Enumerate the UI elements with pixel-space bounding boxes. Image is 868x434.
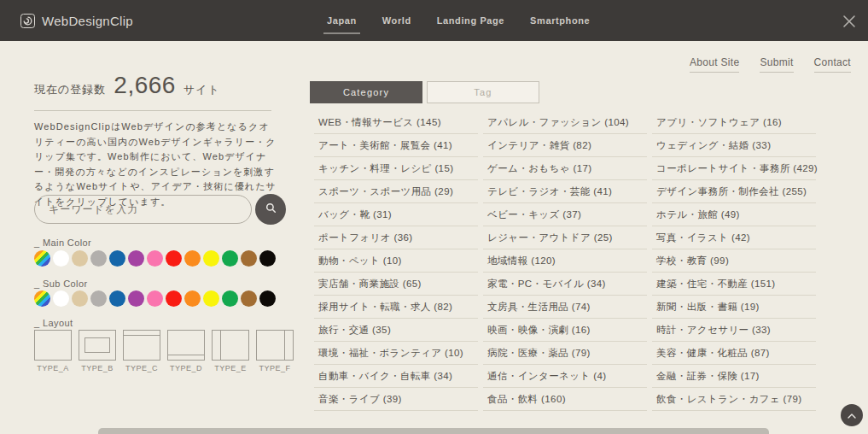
category-link[interactable]: 病院・医療・薬品 (79) <box>483 342 647 365</box>
category-link[interactable]: 建築・住宅・不動産 (151) <box>652 273 816 296</box>
count-value: 2,666 <box>114 72 176 99</box>
link-about-site[interactable]: About Site <box>690 56 739 73</box>
main-color-swatch-orange[interactable] <box>184 250 201 267</box>
category-link[interactable]: アート・美術館・展覧会 (41) <box>314 134 478 157</box>
category-link[interactable]: 家電・PC・モバイル (34) <box>483 273 647 296</box>
category-link[interactable]: 文房具・生活用品 (74) <box>483 296 647 319</box>
category-link[interactable]: 環境・福祉・ボランティア (10) <box>314 342 478 365</box>
category-link[interactable]: レジャー・アウトドア (25) <box>483 226 647 249</box>
category-link[interactable]: 自動車・バイク・自転車 (34) <box>314 365 478 388</box>
category-link[interactable]: 金融・証券・保険 (17) <box>652 365 816 388</box>
layout-option-type-c[interactable]: TYPE_C <box>123 330 160 372</box>
category-link[interactable]: 映画・映像・演劇 (16) <box>483 319 647 342</box>
layout-option-type-f[interactable]: TYPE_F <box>256 330 294 372</box>
site-logo-text: WebDesignClip <box>42 14 133 28</box>
sub-color-swatch-green[interactable] <box>222 290 238 307</box>
sub-color-swatch-purple[interactable] <box>128 290 144 307</box>
category-link[interactable]: ポートフォリオ (36) <box>314 226 478 249</box>
layout-thumb-type-e <box>212 330 249 361</box>
sub-color-swatch-tan[interactable] <box>72 290 88 307</box>
layout-option-type-d[interactable]: TYPE_D <box>167 330 205 372</box>
category-link[interactable]: ウェディング・結婚 (33) <box>652 134 816 157</box>
category-link[interactable]: デザイン事務所・制作会社 (255) <box>652 180 816 203</box>
tab-tag[interactable]: Tag <box>427 81 539 103</box>
sub-color-label: _ Sub Color <box>34 279 88 289</box>
category-link[interactable]: 採用サイト・転職・求人 (82) <box>314 296 478 319</box>
main-color-swatch-brown[interactable] <box>241 250 257 267</box>
sub-color-swatch-black[interactable] <box>259 290 276 307</box>
category-link[interactable]: 美容・健康・化粧品 (87) <box>652 342 816 365</box>
layout-option-type-e[interactable]: TYPE_E <box>212 330 249 372</box>
category-link[interactable]: バッグ・靴 (31) <box>314 203 478 226</box>
category-link[interactable]: 時計・アクセサリー (33) <box>652 319 816 342</box>
main-color-swatches <box>34 250 276 267</box>
category-link[interactable]: スポーツ・スポーツ用品 (29) <box>314 180 478 203</box>
category-link[interactable]: コーポレートサイト・事務所 (429) <box>652 157 816 180</box>
layout-type-label: TYPE_A <box>37 364 69 372</box>
category-link[interactable]: キッチン・料理・レシピ (15) <box>314 157 478 180</box>
sub-color-swatch-white[interactable] <box>53 290 69 307</box>
category-column-3: アプリ・ソフトウェア (16)ウェディング・結婚 (33)コーポレートサイト・事… <box>652 111 816 411</box>
site-logo[interactable]: WebDesignClip <box>20 0 133 41</box>
sub-color-swatch-orange[interactable] <box>184 290 201 307</box>
search-button[interactable] <box>255 194 286 225</box>
category-link[interactable]: 実店舗・商業施設 (65) <box>314 273 478 296</box>
sub-color-swatch-yellow[interactable] <box>203 290 219 307</box>
layout-type-label: TYPE_E <box>214 364 247 372</box>
category-link[interactable]: 食品・飲料 (160) <box>483 388 647 411</box>
main-color-swatch-rainbow[interactable] <box>34 250 50 267</box>
category-column-1: WEB・情報サービス (145)アート・美術館・展覧会 (41)キッチン・料理・… <box>314 111 478 411</box>
category-link[interactable]: アプリ・ソフトウェア (16) <box>652 111 816 134</box>
main-color-swatch-green[interactable] <box>222 250 238 267</box>
tab-category[interactable]: Category <box>310 81 422 103</box>
nav-item-landing-page[interactable]: Landing Page <box>437 10 504 31</box>
category-link[interactable]: ホテル・旅館 (49) <box>652 203 816 226</box>
category-link[interactable]: 通信・インターネット (4) <box>483 365 647 388</box>
link-contact[interactable]: Contact <box>814 56 851 73</box>
layout-option-type-b[interactable]: TYPE_B <box>79 330 116 372</box>
sub-color-swatch-gray[interactable] <box>90 290 107 307</box>
scroll-top-button[interactable] <box>841 404 863 426</box>
category-link[interactable]: 学校・教育 (99) <box>652 249 816 273</box>
category-link[interactable]: インテリア・雑貨 (82) <box>483 134 647 157</box>
search-input[interactable] <box>34 195 252 224</box>
layout-thumb-type-d <box>167 330 205 361</box>
main-color-swatch-blue[interactable] <box>109 250 125 267</box>
category-link[interactable]: WEB・情報サービス (145) <box>314 111 478 134</box>
main-color-swatch-black[interactable] <box>259 250 276 267</box>
main-color-swatch-purple[interactable] <box>128 250 144 267</box>
category-link[interactable]: アパレル・ファッション (104) <box>483 111 647 134</box>
category-link[interactable]: 音楽・ライブ (39) <box>314 388 478 411</box>
sub-color-swatch-rainbow[interactable] <box>34 290 50 307</box>
category-link[interactable]: ベビー・キッズ (37) <box>483 203 647 226</box>
main-color-swatch-yellow[interactable] <box>203 250 219 267</box>
nav-item-japan[interactable]: Japan <box>327 10 357 31</box>
category-link[interactable]: 写真・イラスト (42) <box>652 226 816 249</box>
category-link[interactable]: 動物・ペット (10) <box>314 249 478 273</box>
sub-color-swatch-blue[interactable] <box>109 290 125 307</box>
sub-color-swatch-pink[interactable] <box>147 290 163 307</box>
main-color-swatch-red[interactable] <box>166 250 182 267</box>
category-link[interactable]: 飲食・レストラン・カフェ (79) <box>652 388 816 411</box>
layout-thumb-inner <box>284 330 285 361</box>
main-color-swatch-pink[interactable] <box>147 250 163 267</box>
sub-color-swatch-red[interactable] <box>166 290 182 307</box>
layout-thumb-type-b <box>79 330 116 361</box>
category-link[interactable]: 新聞・出版・書籍 (19) <box>652 296 816 319</box>
layout-type-label: TYPE_B <box>81 364 114 372</box>
main-color-label: _ Main Color <box>34 238 91 248</box>
category-link[interactable]: テレビ・ラジオ・芸能 (41) <box>483 180 647 203</box>
close-icon[interactable] <box>842 14 857 29</box>
main-color-swatch-gray[interactable] <box>90 250 107 267</box>
nav-item-world[interactable]: World <box>382 10 411 31</box>
link-submit[interactable]: Submit <box>760 56 793 73</box>
nav-item-smartphone[interactable]: Smartphone <box>530 10 590 31</box>
main-color-swatch-tan[interactable] <box>72 250 88 267</box>
category-link[interactable]: 旅行・交通 (35) <box>314 319 478 342</box>
category-link[interactable]: 地域情報 (120) <box>483 249 647 273</box>
page-bottom-edge <box>98 428 769 434</box>
category-link[interactable]: ゲーム・おもちゃ (17) <box>483 157 647 180</box>
main-color-swatch-white[interactable] <box>53 250 69 267</box>
layout-option-type-a[interactable]: TYPE_A <box>34 330 72 372</box>
sub-color-swatch-brown[interactable] <box>241 290 257 307</box>
